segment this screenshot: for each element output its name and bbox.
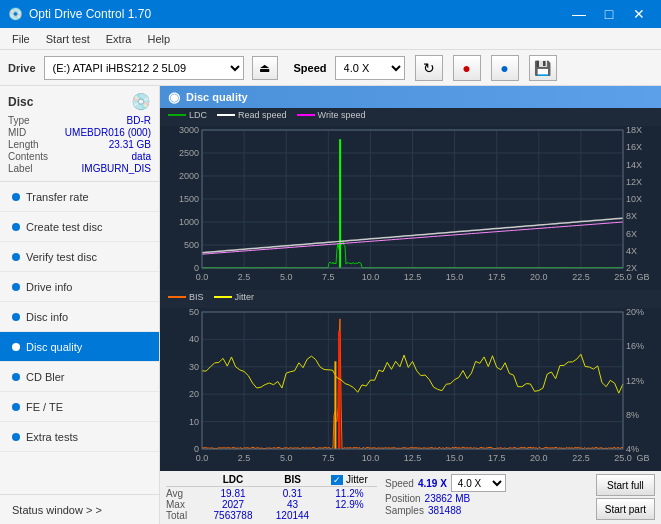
disc-label-label: Label [8,163,32,174]
nav-dot [12,343,20,351]
disc-type-row: Type BD-R [8,115,151,126]
disc-length-label: Length [8,139,39,150]
speed-stat-select[interactable]: 4.0 X [451,474,506,492]
nav-drive-info-label: Drive info [26,281,72,293]
menu-start-test[interactable]: Start test [38,31,98,47]
minimize-button[interactable]: — [565,0,593,28]
position-value: 23862 MB [425,493,471,504]
max-ldc: 2027 [203,499,263,510]
samples-label: Samples [385,505,424,516]
ldc-color [168,114,186,116]
position-label: Position [385,493,421,504]
nav-disc-quality-label: Disc quality [26,341,82,353]
start-full-button[interactable]: Start full [596,474,655,496]
disc-length-value: 23.31 GB [109,139,151,150]
nav-drive-info[interactable]: Drive info [0,272,159,302]
nav-disc-quality[interactable]: Disc quality [0,332,159,362]
jitter-color [214,296,232,298]
stats-avg-row: Avg 19.81 0.31 11.2% [166,488,377,499]
nav-cd-bler[interactable]: CD Bler [0,362,159,392]
menu-extra[interactable]: Extra [98,31,140,47]
write-speed-color [297,114,315,116]
upper-legend: LDC Read speed Write speed [160,108,661,122]
total-jitter [322,510,377,521]
disc-mid-row: MID UMEBDR016 (000) [8,127,151,138]
app-title: Opti Drive Control 1.70 [29,7,151,21]
nav-dot [12,223,20,231]
lower-chart-canvas [160,308,661,471]
bis-label: BIS [189,292,204,302]
main-layout: Disc 💿 Type BD-R MID UMEBDR016 (000) Len… [0,86,661,524]
avg-jitter: 11.2% [322,488,377,499]
speed-stat-label: Speed [385,478,414,489]
nav-fe-te[interactable]: FE / TE [0,392,159,422]
nav-create-test-disc[interactable]: Create test disc [0,212,159,242]
refresh-button[interactable]: ↻ [415,55,443,81]
nav-dot [12,403,20,411]
upper-chart: LDC Read speed Write speed [160,108,661,290]
total-bis: 120144 [265,510,320,521]
sidebar: Disc 💿 Type BD-R MID UMEBDR016 (000) Len… [0,86,160,524]
bis-column-header: BIS [265,474,320,485]
total-label: Total [166,510,201,521]
menu-help[interactable]: Help [139,31,178,47]
drive-select[interactable]: (E:) ATAPI iHBS212 2 5L09 [44,56,244,80]
jitter-label: Jitter [235,292,255,302]
jitter-checkbox[interactable]: ✓ [331,475,343,485]
stats-max-row: Max 2027 43 12.9% [166,499,377,510]
disc-btn-1[interactable]: ● [453,55,481,81]
chart-icon: ◉ [168,89,180,105]
menu-file[interactable]: File [4,31,38,47]
nav-cd-bler-label: CD Bler [26,371,65,383]
drive-bar: Drive (E:) ATAPI iHBS212 2 5L09 ⏏ Speed … [0,50,661,86]
samples-value: 381488 [428,505,461,516]
nav-create-test-disc-label: Create test disc [26,221,102,233]
disc-length-row: Length 23.31 GB [8,139,151,150]
ldc-legend: LDC [168,110,207,120]
disc-section: Disc 💿 Type BD-R MID UMEBDR016 (000) Len… [0,86,159,182]
nav-extra-tests-label: Extra tests [26,431,78,443]
lower-chart: BIS Jitter [160,290,661,471]
nav-transfer-rate-label: Transfer rate [26,191,89,203]
bis-color [168,296,186,298]
disc-label-row: Label IMGBURN_DIS [8,163,151,174]
nav-fe-te-label: FE / TE [26,401,63,413]
stats-empty-header [166,474,201,485]
jitter-header-check: ✓ Jitter [322,474,377,485]
avg-bis: 0.31 [265,488,320,499]
speed-select[interactable]: 4.0 X [335,56,405,80]
lower-legend: BIS Jitter [160,290,661,304]
disc-type-value: BD-R [127,115,151,126]
status-window-button[interactable]: Status window > > [0,494,159,524]
speed-row: Speed 4.19 X 4.0 X [385,474,506,492]
stats-header-row: LDC BIS ✓ Jitter [166,474,377,487]
position-row: Position 23862 MB [385,493,506,504]
stats-row: LDC BIS ✓ Jitter Avg 19.81 0.31 11.2% [166,474,655,521]
speed-stat-value: 4.19 X [418,478,447,489]
nav-dot [12,283,20,291]
max-label: Max [166,499,201,510]
nav-transfer-rate[interactable]: Transfer rate [0,182,159,212]
nav-extra-tests[interactable]: Extra tests [0,422,159,452]
drive-label: Drive [8,62,36,74]
maximize-button[interactable]: □ [595,0,623,28]
nav-disc-info-label: Disc info [26,311,68,323]
nav-dot [12,313,20,321]
disc-label-value: IMGBURN_DIS [82,163,151,174]
nav-dot [12,373,20,381]
disc-btn-2[interactable]: ● [491,55,519,81]
read-speed-color [217,114,235,116]
save-button[interactable]: 💾 [529,55,557,81]
nav-verify-test-disc[interactable]: Verify test disc [0,242,159,272]
ldc-column-header: LDC [203,474,263,485]
start-part-button[interactable]: Start part [596,498,655,520]
read-speed-label: Read speed [238,110,287,120]
nav-disc-info[interactable]: Disc info [0,302,159,332]
close-button[interactable]: ✕ [625,0,653,28]
disc-mid-label: MID [8,127,26,138]
disc-mid-value: UMEBDR016 (000) [65,127,151,138]
read-speed-legend: Read speed [217,110,287,120]
right-stats: Speed 4.19 X 4.0 X Position 23862 MB Sam… [385,474,506,516]
stats-total-row: Total 7563788 120144 [166,510,377,521]
eject-button[interactable]: ⏏ [252,56,278,80]
